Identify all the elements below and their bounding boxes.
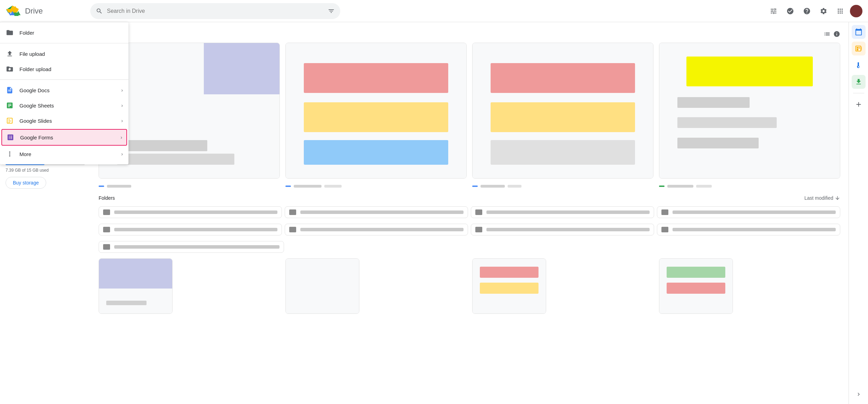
folders-title: Folders [99,195,115,201]
right-panel-tasks[interactable] [852,42,866,55]
folder-name-5 [114,228,277,231]
search-icon [96,8,103,15]
search-bar[interactable] [90,3,340,19]
folder-single [99,241,284,253]
folder-row-7[interactable] [471,224,654,235]
folder-row-5[interactable] [99,224,282,235]
right-panel-chevron[interactable] [852,387,866,401]
folder-name-2 [300,210,464,214]
avatar[interactable] [850,5,862,17]
settings-button[interactable] [817,4,831,18]
search-input[interactable] [107,8,328,14]
folder-name-1 [114,210,277,214]
right-panel-download[interactable] [852,75,866,89]
folder-row-3[interactable] [471,206,654,218]
thumb-preview-3 [473,43,653,178]
topbar: Drive [0,0,868,22]
tasks-icon [855,45,862,52]
bottom-card-1[interactable] [99,258,173,314]
forms-arrow-icon: › [120,135,122,140]
drive-logo-svg [8,4,22,18]
folder-name-6 [300,228,464,231]
sort-arrow-icon [835,195,840,201]
filter-icon[interactable] [328,8,335,15]
bottom-preview-4 [659,259,733,313]
sort-button[interactable]: Last modified [804,195,840,201]
content-wrapper: Folders Last modified [90,22,868,404]
menu-item-folder[interactable]: Folder [0,25,128,40]
menu-item-google-forms[interactable]: Google Forms › [1,129,127,146]
chevron-right-icon [856,391,862,397]
check-circle-button[interactable] [783,4,797,18]
menu-divider-1 [0,43,128,43]
folder-icon-5 [103,227,110,232]
folder-menu-label: Folder [19,30,123,36]
content-area[interactable]: Folders Last modified [90,22,849,404]
right-panel-keep[interactable] [852,58,866,72]
folder-row-2[interactable] [285,206,468,218]
info-button[interactable] [833,31,840,38]
folder-row-9[interactable] [99,241,284,253]
bottom-card-4[interactable] [659,258,733,314]
more-arrow-icon: › [121,151,123,157]
thumb-labels [99,183,840,190]
file-upload-icon [6,50,14,58]
folder-row-8[interactable] [657,224,840,235]
thumb-card-4[interactable] [659,43,840,179]
sheets-icon [6,101,14,110]
more-icon [6,150,14,158]
docs-arrow-icon: › [121,87,123,93]
right-panel-add[interactable] [852,97,866,111]
bottom-card-3[interactable] [472,258,546,314]
folder-row-4[interactable] [657,206,840,218]
folder-icon-2 [289,209,296,215]
menu-item-more[interactable]: More › [0,146,128,162]
help-button[interactable] [800,4,814,18]
keep-icon [855,61,862,69]
folder-row-6[interactable] [285,224,468,235]
folder-name-9 [114,245,279,249]
slides-icon [6,117,14,125]
right-panel [849,22,868,404]
google-forms-label: Google Forms [20,135,120,140]
google-docs-label: Google Docs [19,87,121,93]
thumb-card-2[interactable] [285,43,467,179]
bottom-card-2[interactable] [285,258,359,314]
menu-item-google-docs[interactable]: Google Docs › [0,83,128,98]
file-upload-label: File upload [19,51,123,57]
folder-row-1[interactable] [99,206,282,218]
folder-icon-8 [661,227,668,232]
list-view-button[interactable] [824,31,831,38]
apps-button[interactable] [833,4,847,18]
logo-area: Drive [6,4,82,18]
sort-label: Last modified [804,195,833,201]
bottom-thumb-grid [99,258,840,314]
menu-divider-2 [0,79,128,80]
slides-arrow-icon: › [121,118,123,123]
menu-item-file-upload[interactable]: File upload [0,46,128,61]
buy-storage-button[interactable]: Buy storage [6,177,46,189]
folder-icon-3 [475,209,482,215]
thumb-preview-2 [286,43,466,178]
docs-icon [6,86,14,94]
more-label: More [19,151,121,157]
folder-name-3 [486,210,650,214]
right-panel-calendar[interactable] [852,25,866,39]
menu-item-google-slides[interactable]: Google Slides › [0,113,128,128]
folder-name-8 [673,228,836,231]
folder-icon-1 [103,209,110,215]
sheets-arrow-icon: › [121,103,123,108]
storage-text: 7.39 GB of 15 GB used [6,168,85,173]
folder-icon-7 [475,227,482,232]
folder-name-4 [673,210,836,214]
menu-item-folder-upload[interactable]: Folder upload [0,61,128,77]
filter-options-button[interactable] [767,4,781,18]
thumb-card-3[interactable] [472,43,653,179]
google-sheets-label: Google Sheets [19,103,121,109]
thumb-preview-4 [659,43,840,178]
folder-name-7 [486,228,650,231]
right-panel-chevron-area [852,387,866,401]
folder-icon-4 [661,209,668,215]
main-layout: New My Drive Computers Shared with me [0,22,868,404]
menu-item-google-sheets[interactable]: Google Sheets › [0,98,128,113]
